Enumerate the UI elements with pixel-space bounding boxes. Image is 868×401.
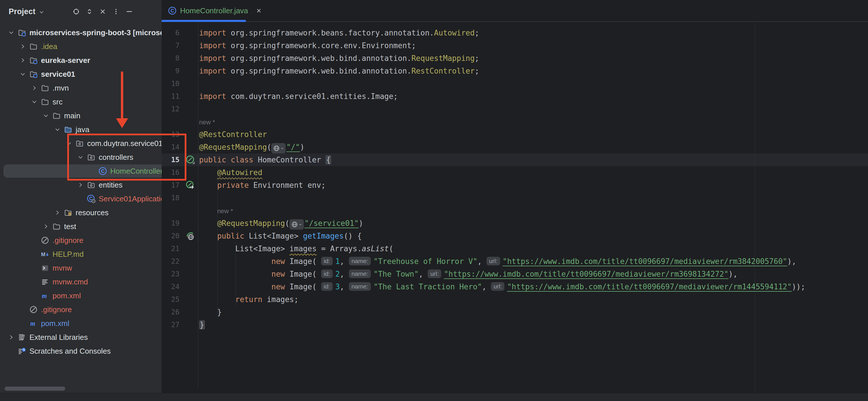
tree-item-label: pom.xml [41, 319, 69, 328]
close-panel-icon[interactable] [98, 7, 107, 16]
gutter-mapping-icon[interactable] [185, 229, 196, 242]
tree-item-label: test [64, 222, 76, 231]
tree-item-controllers[interactable]: controllers [0, 150, 162, 164]
chevron-right-icon[interactable] [41, 222, 50, 231]
chevron-right-icon[interactable] [19, 56, 27, 65]
chevron-right-icon[interactable] [76, 181, 85, 189]
code-line-21[interactable]: List<Image> images = Arrays.asList( [199, 242, 393, 255]
chevron-right-icon[interactable] [7, 333, 16, 342]
parameter-hint-url: url: [491, 282, 504, 291]
code-line-19[interactable]: @RequestMapping("/service01") [199, 217, 363, 229]
tree-item-pom-xml[interactable]: pom.xml [0, 316, 162, 330]
chevron-right-icon[interactable] [19, 42, 27, 51]
tree-item-scratches-and-consoles[interactable]: Scratches and Consoles [0, 344, 162, 358]
locate-file-icon[interactable] [71, 7, 81, 16]
tree-item-microservices-spring-boot-3-microse[interactable]: microservices-spring-boot-3 [microse [0, 26, 162, 39]
code-line-9[interactable]: import org.springframework.web.bind.anno… [199, 65, 479, 77]
tree-item-java[interactable]: java [0, 123, 162, 136]
chevron-down-icon[interactable] [7, 28, 16, 37]
tree-item-service01[interactable]: service01 [0, 67, 162, 81]
expand-collapse-icon[interactable] [85, 7, 94, 16]
gutter-bean-icon[interactable] [185, 153, 196, 166]
code-token: Image( [285, 257, 321, 266]
project-view-selector[interactable]: Project [9, 7, 35, 16]
code-line-18[interactable] [199, 191, 217, 204]
close-tab-icon[interactable] [254, 6, 263, 15]
tree-item-external-libraries[interactable]: External Libraries [0, 330, 162, 344]
code-token: RequestMapping [411, 54, 475, 63]
tree-item-help-md[interactable]: HELP.md [0, 247, 162, 261]
tree-item-label: java [75, 125, 89, 134]
chevron-down-icon[interactable] [65, 139, 73, 148]
tree-item-src[interactable]: src [0, 95, 162, 109]
code-line-13[interactable]: @RestController [199, 128, 267, 141]
line-number-19: 19 [162, 217, 180, 229]
package-icon [74, 138, 85, 149]
tree-item-main[interactable]: main [0, 109, 162, 123]
code-token: class [231, 155, 253, 164]
tree-item-label: src [53, 97, 63, 106]
folder-icon [40, 83, 50, 93]
code-token: Autowired [434, 29, 475, 37]
code-line-22[interactable]: new Image( id:1, name:"Treehouse of Horr… [199, 255, 796, 268]
chevron-right-icon[interactable] [30, 84, 39, 92]
code-line-20[interactable]: public List<Image> getImages() { [199, 229, 362, 242]
code-token: , [340, 270, 349, 278]
chevron-down-icon[interactable] [53, 125, 62, 134]
code-line-27[interactable]: } [199, 318, 205, 331]
code-vision-hint[interactable]: new * [199, 115, 215, 128]
tree-item-com-duytran-service01[interactable]: com.duytran.service01 [0, 136, 162, 150]
url-globe-icon[interactable] [289, 219, 304, 229]
module-icon [28, 55, 39, 65]
code-line-11[interactable]: import com.duytran.service01.entities.Im… [199, 90, 398, 103]
more-options-icon[interactable] [112, 7, 121, 16]
tree-item-resources[interactable]: resources [0, 206, 162, 220]
code-line-24[interactable]: new Image( id:3, name:"The Last Traction… [199, 280, 805, 293]
class-icon [97, 166, 108, 176]
code-line-25[interactable]: return images; [199, 293, 299, 306]
code-line-17[interactable]: private Environment env; [199, 179, 326, 191]
line-number-17: 17 [162, 179, 180, 191]
chevron-spacer [30, 291, 39, 300]
tree-item-mvn[interactable]: .mvn [0, 81, 162, 95]
maven-icon [28, 318, 39, 329]
chevron-down-icon[interactable] [41, 111, 50, 120]
code-line-14[interactable]: @RequestMapping("/") [199, 141, 304, 153]
url-globe-icon[interactable] [271, 143, 286, 153]
tree-item-label: .mvn [53, 84, 69, 93]
code-line-16[interactable]: @Autowired [199, 166, 262, 179]
line-number-27: 27 [162, 318, 180, 331]
chevron-right-icon[interactable] [53, 208, 62, 217]
tree-item-gitignore[interactable]: .gitignore [0, 303, 162, 316]
tab-homecontroller[interactable]: HomeController.java [162, 0, 271, 21]
tree-item-test[interactable]: test [0, 220, 162, 234]
code-line-26[interactable]: } [199, 306, 222, 318]
gutter-autowired-icon[interactable] [185, 179, 196, 191]
tree-item-gitignore[interactable]: .gitignore [0, 234, 162, 247]
chevron-down-icon[interactable] [76, 153, 85, 161]
tree-item-idea[interactable]: .idea [0, 39, 162, 53]
tree-item-mvnw-cmd[interactable]: mvnw.cmd [0, 275, 162, 289]
tree-item-label: resources [75, 208, 108, 217]
code-token: @RequestMapping [217, 219, 285, 227]
code-line-15[interactable]: public class HomeController { [199, 153, 331, 166]
tree-item-eureka-server[interactable]: eureka-server [0, 53, 162, 67]
tree-item-entities[interactable]: entities [0, 178, 162, 192]
chevron-down-icon[interactable] [30, 97, 39, 106]
code-token: Image( [285, 282, 321, 291]
hide-panel-icon[interactable] [125, 7, 134, 16]
code-token: @RequestMapping [199, 143, 267, 151]
tree-horizontal-scrollbar[interactable] [5, 387, 65, 391]
tree-item-homecontroller[interactable]: HomeController [0, 164, 162, 178]
tree-item-service01application[interactable]: Service01Application [0, 192, 162, 206]
code-token: ( [389, 244, 394, 253]
code-token: ), [728, 270, 738, 278]
code-line-23[interactable]: new Image( id:2, name:"The Town", url:"h… [199, 268, 738, 280]
code-line-8[interactable]: import org.springframework.web.bind.anno… [199, 52, 479, 65]
tree-item-pom-xml[interactable]: pom.xml [0, 289, 162, 303]
chevron-down-icon[interactable] [19, 70, 27, 79]
code-line-7[interactable]: import org.springframework.core.env.Envi… [199, 39, 416, 52]
code-vision-hint[interactable]: new * [199, 204, 233, 217]
tree-item-mvnw[interactable]: mvnw [0, 261, 162, 275]
code-line-6[interactable]: import org.springframework.beans.factory… [199, 27, 479, 39]
